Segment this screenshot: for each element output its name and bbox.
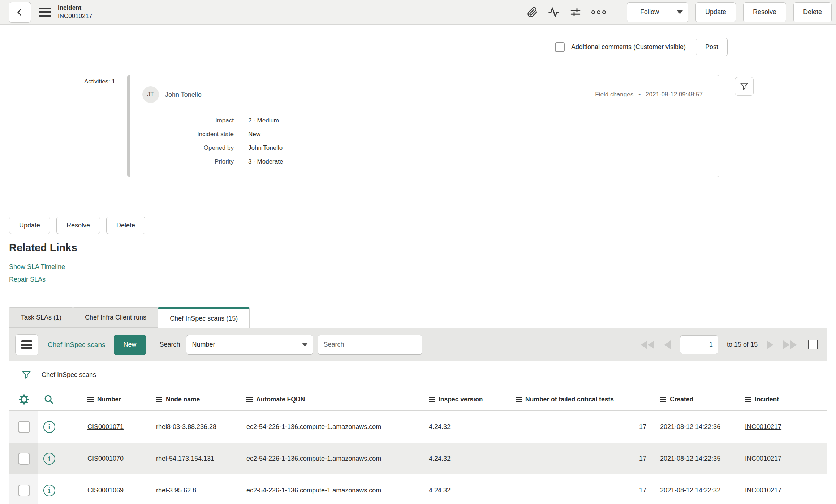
cell-inspec-version: 4.24.32	[420, 487, 507, 494]
follow-caret-button[interactable]	[672, 3, 688, 22]
show-sla-timeline-link[interactable]: Show SLA Timeline	[9, 263, 77, 271]
field-label: Impact	[127, 114, 234, 127]
next-page-button[interactable]	[766, 340, 774, 350]
tab-task-slas[interactable]: Task SLAs (1)	[9, 307, 73, 328]
column-label: Incident	[755, 396, 779, 403]
field-value: John Tonello	[248, 141, 283, 155]
cell-incident: INC0010217	[736, 423, 827, 431]
resolve-button[interactable]: Resolve	[56, 217, 100, 234]
list-controls-button[interactable]	[570, 6, 581, 18]
activities-count-label: Activities: 1	[9, 78, 115, 85]
row-checkbox[interactable]	[18, 453, 30, 465]
chevron-left-icon	[15, 8, 25, 17]
activity-author[interactable]: John Tonello	[165, 91, 202, 99]
column-header-incident[interactable]: Incident	[736, 396, 827, 403]
breadcrumb-filter-text[interactable]: Chef InSpec scans	[42, 371, 96, 379]
column-header-automate-fqdn[interactable]: Automate FQDN	[238, 396, 420, 403]
last-page-button[interactable]	[783, 340, 797, 350]
column-header-number[interactable]: Number	[79, 396, 147, 403]
personalize-list-button[interactable]	[9, 394, 38, 405]
column-header-created[interactable]: Created	[651, 396, 736, 403]
cell-incident: INC0010217	[736, 487, 827, 494]
search-label: Search	[160, 341, 180, 348]
repair-slas-link[interactable]: Repair SLAs	[9, 276, 77, 283]
page-number-input[interactable]	[680, 335, 718, 354]
column-header-inspec-version[interactable]: Inspec version	[420, 396, 507, 403]
scan-number-link[interactable]: CIS0001070	[87, 455, 124, 462]
tab-chef-inspec-scans[interactable]: Chef InSpec scans (15)	[158, 307, 250, 328]
info-icon[interactable]: i	[43, 453, 55, 465]
caret-down-icon	[302, 343, 308, 347]
attachment-button[interactable]	[527, 7, 538, 18]
table-row: i CIS0001070 rhel-54.173.154.131 ec2-54-…	[9, 443, 827, 474]
field-label: Incident state	[127, 127, 234, 141]
cell-number: CIS0001069	[79, 487, 147, 494]
activity-filter-button[interactable]	[735, 77, 754, 96]
field-label: Opened by	[127, 141, 234, 155]
incident-link[interactable]: INC0010217	[745, 487, 781, 494]
list-search-input[interactable]	[318, 335, 422, 355]
row-checkbox[interactable]	[18, 485, 30, 496]
update-button-header[interactable]: Update	[695, 2, 736, 22]
scan-number-link[interactable]: CIS0001071	[87, 423, 124, 430]
activity-stream-button[interactable]	[548, 6, 560, 18]
info-icon[interactable]: i	[43, 421, 55, 433]
funnel-icon	[740, 82, 749, 91]
incident-link[interactable]: INC0010217	[745, 423, 781, 430]
row-checkbox[interactable]	[18, 421, 30, 433]
table-row: i CIS0001071 rhel8-03-3.88.236.28 ec2-54…	[9, 411, 827, 443]
list-menu-button[interactable]	[15, 334, 38, 355]
cell-number: CIS0001071	[79, 423, 147, 431]
pulse-icon	[548, 6, 560, 18]
cell-created: 2021-08-12 14:22:36	[651, 423, 736, 431]
related-lists-tabs: Task SLAs (1) Chef Infra Client runs Che…	[9, 307, 250, 328]
delete-button[interactable]: Delete	[106, 217, 145, 234]
customer-visible-checkbox[interactable]	[555, 42, 565, 52]
previous-page-button[interactable]	[664, 340, 671, 350]
field-value: New	[248, 127, 260, 141]
more-options-button[interactable]	[591, 10, 606, 14]
cell-automate-fqdn: ec2-54-226-1-136.compute-1.amazonaws.com	[238, 423, 420, 431]
update-button[interactable]: Update	[9, 217, 50, 234]
field-change-row: Impact 2 - Medium	[127, 114, 719, 127]
triangle-left-icon	[664, 340, 671, 349]
cell-created: 2021-08-12 14:22:32	[651, 487, 736, 494]
magnifier-icon	[43, 394, 54, 405]
search-field-select[interactable]: Number	[186, 335, 313, 355]
column-search-button[interactable]	[38, 394, 79, 405]
collapse-list-button[interactable]: −	[808, 340, 818, 349]
resolve-button-header[interactable]: Resolve	[743, 2, 786, 22]
context-menu-icon[interactable]	[39, 8, 51, 17]
avatar: JT	[142, 86, 159, 103]
back-button[interactable]	[9, 2, 31, 23]
field-change-row: Opened by John Tonello	[127, 141, 719, 155]
follow-button[interactable]: Follow	[627, 3, 672, 22]
list-toolbar: Chef InSpec scans New Search Number to 1…	[9, 328, 827, 361]
record-number: INC0010217	[58, 12, 92, 20]
info-icon[interactable]: i	[43, 485, 55, 496]
column-label: Inspec version	[439, 396, 483, 403]
scan-number-link[interactable]: CIS0001069	[87, 487, 124, 494]
first-page-button[interactable]	[640, 340, 655, 350]
caret-down-icon	[677, 10, 683, 14]
post-button[interactable]: Post	[696, 38, 728, 56]
breadcrumb-funnel-icon[interactable]	[21, 370, 31, 380]
incident-link[interactable]: INC0010217	[745, 455, 781, 462]
additional-comments-row: Additional comments (Customer visible) P…	[555, 38, 728, 56]
column-header-failed-critical-tests[interactable]: Number of failed critical tests	[507, 396, 651, 403]
new-record-button[interactable]: New	[114, 335, 146, 355]
select-caret-box	[297, 335, 313, 354]
delete-button-header[interactable]: Delete	[793, 2, 832, 22]
table-row: i CIS0001069 rhel-3.95.62.8 ec2-54-226-1…	[9, 474, 827, 504]
cell-inspec-version: 4.24.32	[420, 423, 507, 431]
tab-chef-infra-client-runs[interactable]: Chef Infra Client runs	[73, 307, 158, 328]
hamburger-icon	[21, 340, 32, 349]
double-triangle-right-icon	[790, 340, 797, 349]
row-info-cell: i	[38, 421, 79, 433]
cell-node-name: rhel8-03-3.88.236.28	[147, 423, 238, 431]
field-value: 2 - Medium	[248, 114, 279, 127]
row-info-cell: i	[38, 485, 79, 496]
field-change-row: Incident state New	[127, 127, 719, 141]
cell-number: CIS0001070	[79, 455, 147, 462]
column-header-node-name[interactable]: Node name	[147, 396, 238, 403]
